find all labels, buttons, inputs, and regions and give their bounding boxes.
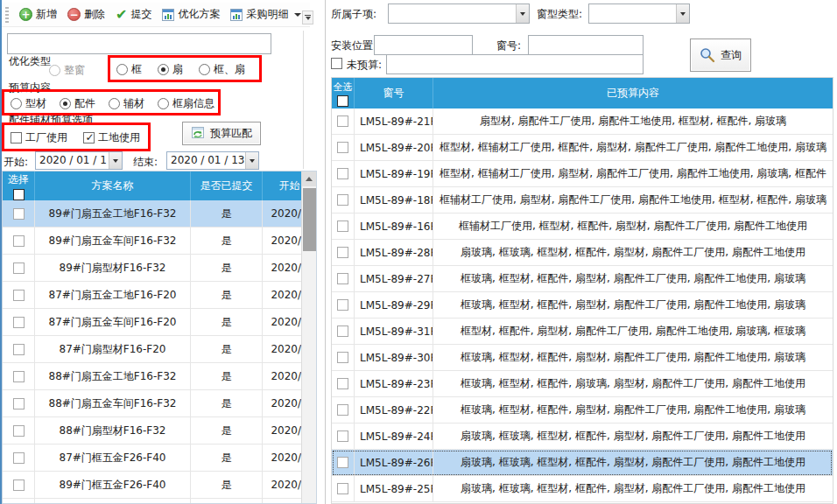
window-type-dropdown[interactable] <box>588 4 690 24</box>
window-table-row[interactable]: LM5L-89#-28F26 扇玻璃, 框玻璃, 框型材, 框配件, 扇型材, … <box>332 240 833 266</box>
row-checkbox[interactable] <box>337 168 348 179</box>
date-end-label: 结束: <box>133 155 158 170</box>
row-checkbox[interactable] <box>13 317 25 328</box>
row-checkbox[interactable] <box>13 452 25 464</box>
purchase-detail-button[interactable]: 采购明细 <box>225 4 306 24</box>
select-all-checkbox[interactable] <box>337 95 348 107</box>
select-all-checkbox[interactable] <box>13 189 25 200</box>
plan-table-row[interactable]: 87#门扇型材F16-F20 是 2020/0 <box>3 336 316 363</box>
plan-table-row[interactable]: 88#门扇型材F16-F32 是 2020/0 <box>3 417 316 444</box>
row-checkbox[interactable] <box>337 404 348 416</box>
window-table-row[interactable]: LM5L-89#-25F23 扇玻璃, 框玻璃, 框型材, 框配件, 扇型材, … <box>332 476 833 502</box>
window-table-row[interactable]: LM5L-89#-29F27 框玻璃, 框型材, 框配件, 扇型材, 扇配件工厂… <box>332 292 833 318</box>
plan-table-row[interactable]: 87#门扇五金工地F16-F20 是 2020/0 <box>3 282 316 309</box>
plan-table-row[interactable]: 89#门扇五金工地F16-F32 是 2020/0 <box>3 200 316 228</box>
plan-table-row[interactable]: 89#门扇型材F16-F32 是 2020/0 <box>3 255 316 282</box>
window-table-row[interactable]: LM5L-89#-26F24 扇玻璃, 框玻璃, 框型材, 框配件, 扇型材, … <box>332 450 833 476</box>
radio-option[interactable]: 辅材 <box>109 96 144 111</box>
window-table-row[interactable]: LM5L-89#-20F18 框型材, 框辅材工厂使用, 框配件, 扇型材, 扇… <box>332 135 833 161</box>
row-checkbox[interactable] <box>337 194 348 206</box>
install-position-input[interactable] <box>374 35 473 55</box>
row-checkbox[interactable] <box>13 235 25 247</box>
header-select-all-label: 全选 <box>334 80 353 94</box>
query-button[interactable]: 查询 <box>690 38 751 72</box>
toolbar-overflow-button[interactable] <box>302 10 313 24</box>
window-table-row[interactable]: LM5L-89#-19F17 框型材, 框辅材工厂使用, 扇型材, 扇配件工厂使… <box>332 161 833 187</box>
plan-table-row[interactable]: 89#门扇五金车间F16-F32 是 2020/0 <box>3 228 316 255</box>
window-table-row[interactable]: LM5L-89#-18F16 框辅材工厂使用, 扇型材, 扇配件工厂使用, 扇配… <box>332 187 833 214</box>
scrollbar-up-button[interactable] <box>302 172 316 186</box>
row-checkbox[interactable] <box>337 457 348 468</box>
row-checkbox[interactable] <box>13 480 25 491</box>
budgeted-content: 框玻璃, 框型材, 框配件, 扇玻璃, 扇型材, 扇配件工厂使用, 扇配件工地使… <box>433 371 833 396</box>
radio-option[interactable]: 扇 <box>158 62 183 77</box>
radio-option[interactable]: 框扇信息 <box>158 96 215 111</box>
row-checkbox[interactable] <box>13 371 25 382</box>
window-table-row[interactable]: LM5L-89#-16F15 框辅材工厂使用, 框型材, 框配件, 扇型材, 扇… <box>332 214 833 240</box>
sub-item-dropdown-button[interactable] <box>516 4 529 23</box>
plan-table-row[interactable]: 89#门框五金F26-F40 是 2020/0 <box>3 472 316 499</box>
plan-table-row[interactable]: 87#门框五金F26-F40 是 2020/0 <box>3 444 316 472</box>
row-checkbox[interactable] <box>337 483 348 494</box>
plan-table-row[interactable]: 88#门扇五金工地F16-F32 是 2020/0 <box>3 363 316 390</box>
window-table-row[interactable]: LM5L-89#-27F25 框玻璃, 框型材, 框配件, 扇型材, 扇配件工厂… <box>332 266 833 292</box>
row-checkbox[interactable] <box>337 247 348 258</box>
row-checkbox[interactable] <box>13 208 25 220</box>
add-button[interactable]: + 新增 <box>14 4 62 24</box>
plan-table-header: 选择 方案名称 是否已提交 开始 <box>3 172 316 200</box>
delete-button[interactable]: − 删除 <box>62 4 110 24</box>
radio-option[interactable]: 配件 <box>60 96 95 111</box>
vertical-scrollbar[interactable] <box>301 172 316 503</box>
radio-option[interactable]: 型材 <box>11 96 46 111</box>
row-checkbox[interactable] <box>337 299 348 311</box>
checkbox-option[interactable]: 工地使用 <box>83 130 140 145</box>
submit-button[interactable]: ✔ 提交 <box>110 4 157 24</box>
window-table-row[interactable]: LM5L-89#-31F29 框型材, 框配件, 扇型材, 扇配件工厂使用, 扇… <box>332 318 833 345</box>
row-checkbox[interactable] <box>13 344 25 355</box>
budgeted-content: 框型材, 框配件, 扇型材, 扇配件工厂使用, 扇配件工地使用, 扇玻璃, 框玻… <box>433 318 833 344</box>
window-table-row[interactable]: LM5L-89#-22F20 框玻璃, 框型材, 框配件, 扇型材, 扇配件工厂… <box>332 397 833 424</box>
toolbar-grip[interactable] <box>5 7 9 23</box>
row-checkbox[interactable] <box>337 326 348 337</box>
sub-item-value <box>389 4 516 23</box>
window-type-dropdown-button[interactable] <box>676 4 689 23</box>
row-checkbox[interactable] <box>13 425 25 437</box>
date-end-picker[interactable]: 2020 / 01 / 13 <box>166 151 259 170</box>
row-checkbox[interactable] <box>337 116 348 127</box>
plan-name: 87#门框五金F26-F40 <box>35 444 191 471</box>
panel-splitter[interactable] <box>325 0 326 504</box>
date-start-picker[interactable]: 2020 / 01 / 1 <box>35 151 123 170</box>
window-table-row[interactable]: LM5L-89#-21F19 扇型材, 扇配件工厂使用, 扇配件工地使用, 框型… <box>332 108 833 135</box>
row-checkbox[interactable] <box>13 262 25 274</box>
scrollbar-thumb[interactable] <box>303 188 316 251</box>
no-budget-input[interactable] <box>386 54 644 74</box>
date-start-dropdown-button[interactable] <box>109 152 122 169</box>
radio-option[interactable]: 框、扇 <box>199 62 245 77</box>
plan-table-row[interactable]: 88#门扇五金车间F16-F32 是 2020/0 <box>3 390 316 417</box>
window-table-row[interactable]: LM5L-89#-30F28 框玻璃, 框型材, 框配件, 扇型材, 扇配件工厂… <box>332 345 833 371</box>
sub-item-dropdown[interactable] <box>388 4 530 24</box>
optimize-plan-button[interactable]: 优化方案 <box>157 4 225 24</box>
header-submitted: 是否已提交 <box>191 172 263 200</box>
radio-option-whole-window[interactable]: 整窗 <box>49 63 85 78</box>
row-checkbox[interactable] <box>337 430 348 442</box>
row-checkbox[interactable] <box>337 273 348 284</box>
budget-match-button[interactable]: 预算匹配 <box>182 122 261 145</box>
checkbox-option[interactable]: 工厂使用 <box>11 130 67 145</box>
window-table-row[interactable]: LM5L-89#-24F22 扇玻璃, 框玻璃, 框型材, 框配件, 扇型材, … <box>332 424 833 450</box>
row-checkbox[interactable] <box>13 398 25 410</box>
date-end-dropdown-button[interactable] <box>245 152 258 169</box>
plan-table-row[interactable]: 88#门框五金F21-F40 是 2020/0 <box>3 499 316 504</box>
window-no-input[interactable] <box>528 35 644 55</box>
no-budget-checkbox[interactable] <box>331 58 342 69</box>
plan-search-input[interactable] <box>7 33 271 54</box>
row-checkbox[interactable] <box>337 352 348 363</box>
window-no: LM5L-89#-22F20 <box>355 397 433 423</box>
row-checkbox[interactable] <box>13 290 25 301</box>
row-checkbox[interactable] <box>337 142 348 153</box>
radio-option[interactable]: 框 <box>116 62 142 77</box>
row-checkbox[interactable] <box>337 378 348 389</box>
plan-table-row[interactable]: 87#门扇五金车间F16-F20 是 2020/0 <box>3 309 316 336</box>
window-table-row[interactable]: LM5L-89#-23F21 框玻璃, 框型材, 框配件, 扇玻璃, 扇型材, … <box>332 371 833 397</box>
row-checkbox[interactable] <box>337 220 348 232</box>
